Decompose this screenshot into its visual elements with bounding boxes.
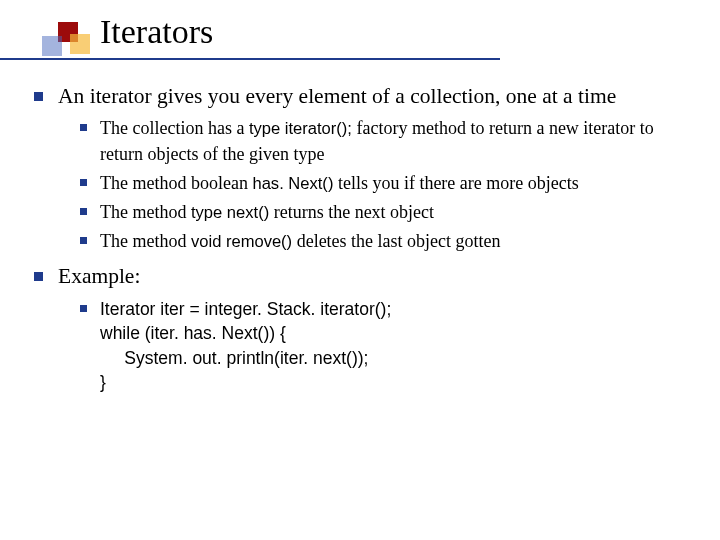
text-run: The method boolean <box>100 173 252 193</box>
text-run: deletes the last object gotten <box>292 231 500 251</box>
code-block: Iterator iter = integer. Stack. iterator… <box>100 297 700 395</box>
bullet-list-level-2: Iterator iter = integer. Stack. iterator… <box>58 297 700 395</box>
title-ornament <box>18 18 96 52</box>
title-underline <box>0 58 500 60</box>
bullet-list-level-1: An iterator gives you every element of a… <box>30 82 700 395</box>
bullet-level-2: The method boolean has. Next() tells you… <box>76 171 700 196</box>
slide: Iterators An iterator gives you every el… <box>0 0 720 540</box>
bullet-level-1: An iterator gives you every element of a… <box>30 82 700 254</box>
text-run: returns the next object <box>269 202 434 222</box>
bullet-level-2: The method void remove() deletes the las… <box>76 229 700 254</box>
text-run: tells you if there are more objects <box>333 173 578 193</box>
bullet-level-2: Iterator iter = integer. Stack. iterator… <box>76 297 700 395</box>
text-run: The method <box>100 202 191 222</box>
text-run: The method <box>100 231 191 251</box>
text-run: The collection has a <box>100 118 249 138</box>
bullet-level-1: Example:Iterator iter = integer. Stack. … <box>30 262 700 394</box>
code-inline: has. Next() <box>252 174 333 193</box>
slide-body: An iterator gives you every element of a… <box>30 82 700 403</box>
code-inline: type next() <box>191 203 269 222</box>
code-inline: type iterator(); <box>249 119 352 138</box>
code-inline: void remove() <box>191 232 292 251</box>
bullet-text: An iterator gives you every element of a… <box>58 84 616 108</box>
bullet-list-level-2: The collection has a type iterator(); fa… <box>58 116 700 254</box>
bullet-text: Example: <box>58 264 140 288</box>
bullet-level-2: The collection has a type iterator(); fa… <box>76 116 700 166</box>
bullet-level-2: The method type next() returns the next … <box>76 200 700 225</box>
slide-title: Iterators <box>100 13 213 51</box>
